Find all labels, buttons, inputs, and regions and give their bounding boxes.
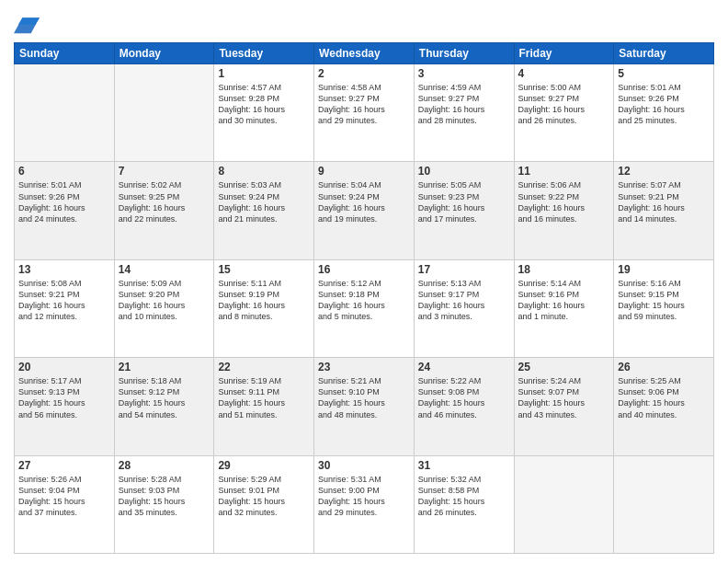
day-number: 1	[218, 67, 310, 80]
day-cell: 19Sunrise: 5:16 AM Sunset: 9:15 PM Dayli…	[614, 259, 714, 357]
day-info: Sunrise: 4:58 AM Sunset: 9:27 PM Dayligh…	[318, 82, 410, 127]
day-cell: 5Sunrise: 5:01 AM Sunset: 9:26 PM Daylig…	[614, 64, 714, 162]
day-info: Sunrise: 5:32 AM Sunset: 8:58 PM Dayligh…	[418, 474, 510, 519]
day-number: 27	[18, 459, 110, 472]
day-number: 2	[318, 67, 410, 80]
week-row-0: 1Sunrise: 4:57 AM Sunset: 9:28 PM Daylig…	[15, 64, 714, 162]
week-row-4: 27Sunrise: 5:26 AM Sunset: 9:04 PM Dayli…	[15, 455, 714, 553]
day-info: Sunrise: 5:04 AM Sunset: 9:24 PM Dayligh…	[318, 179, 410, 224]
day-number: 13	[18, 263, 110, 276]
day-number: 7	[119, 165, 210, 178]
day-info: Sunrise: 5:03 AM Sunset: 9:24 PM Dayligh…	[218, 179, 310, 224]
day-info: Sunrise: 5:00 AM Sunset: 9:27 PM Dayligh…	[518, 82, 610, 127]
calendar: SundayMondayTuesdayWednesdayThursdayFrid…	[14, 42, 714, 554]
day-cell: 31Sunrise: 5:32 AM Sunset: 8:58 PM Dayli…	[414, 455, 514, 553]
day-number: 20	[18, 361, 110, 373]
day-number: 17	[418, 263, 510, 276]
day-info: Sunrise: 4:57 AM Sunset: 9:28 PM Dayligh…	[218, 82, 310, 127]
day-info: Sunrise: 5:02 AM Sunset: 9:25 PM Dayligh…	[119, 179, 210, 224]
logo-icon	[14, 9, 40, 35]
day-cell: 14Sunrise: 5:09 AM Sunset: 9:20 PM Dayli…	[114, 259, 214, 357]
day-info: Sunrise: 5:13 AM Sunset: 9:17 PM Dayligh…	[418, 278, 510, 323]
weekday-header-thursday: Thursday	[414, 43, 514, 64]
day-info: Sunrise: 5:12 AM Sunset: 9:18 PM Dayligh…	[318, 278, 410, 323]
day-info: Sunrise: 5:24 AM Sunset: 9:07 PM Dayligh…	[518, 375, 610, 420]
day-info: Sunrise: 5:25 AM Sunset: 9:06 PM Dayligh…	[618, 375, 710, 420]
day-info: Sunrise: 5:05 AM Sunset: 9:23 PM Dayligh…	[418, 179, 510, 224]
day-cell: 27Sunrise: 5:26 AM Sunset: 9:04 PM Dayli…	[15, 455, 115, 553]
day-number: 8	[218, 165, 310, 178]
day-info: Sunrise: 5:14 AM Sunset: 9:16 PM Dayligh…	[518, 278, 610, 323]
weekday-header-tuesday: Tuesday	[214, 43, 314, 64]
day-cell: 29Sunrise: 5:29 AM Sunset: 9:01 PM Dayli…	[214, 455, 314, 553]
weekday-header-wednesday: Wednesday	[314, 43, 415, 64]
day-info: Sunrise: 4:59 AM Sunset: 9:27 PM Dayligh…	[418, 82, 510, 127]
day-cell: 4Sunrise: 5:00 AM Sunset: 9:27 PM Daylig…	[514, 64, 614, 162]
day-info: Sunrise: 5:17 AM Sunset: 9:13 PM Dayligh…	[18, 375, 110, 420]
day-cell: 13Sunrise: 5:08 AM Sunset: 9:21 PM Dayli…	[15, 259, 115, 357]
day-cell	[514, 455, 614, 553]
day-number: 25	[518, 361, 610, 373]
day-number: 15	[218, 263, 310, 276]
week-row-3: 20Sunrise: 5:17 AM Sunset: 9:13 PM Dayli…	[15, 358, 714, 455]
day-number: 31	[418, 459, 510, 472]
header	[14, 9, 714, 35]
day-cell: 18Sunrise: 5:14 AM Sunset: 9:16 PM Dayli…	[514, 259, 614, 357]
page: SundayMondayTuesdayWednesdayThursdayFrid…	[0, 0, 728, 563]
day-number: 3	[418, 67, 510, 80]
day-number: 23	[318, 361, 410, 373]
day-cell: 3Sunrise: 4:59 AM Sunset: 9:27 PM Daylig…	[414, 64, 514, 162]
day-number: 24	[418, 361, 510, 373]
day-number: 29	[218, 459, 310, 472]
day-number: 5	[618, 67, 710, 80]
day-info: Sunrise: 5:28 AM Sunset: 9:03 PM Dayligh…	[119, 474, 210, 519]
day-number: 11	[518, 165, 610, 178]
day-info: Sunrise: 5:08 AM Sunset: 9:21 PM Dayligh…	[18, 278, 110, 323]
weekday-header-sunday: Sunday	[15, 43, 115, 64]
day-number: 26	[618, 361, 710, 373]
day-cell: 25Sunrise: 5:24 AM Sunset: 9:07 PM Dayli…	[514, 358, 614, 455]
day-cell: 10Sunrise: 5:05 AM Sunset: 9:23 PM Dayli…	[414, 162, 514, 259]
day-info: Sunrise: 5:01 AM Sunset: 9:26 PM Dayligh…	[18, 179, 110, 224]
week-row-1: 6Sunrise: 5:01 AM Sunset: 9:26 PM Daylig…	[15, 162, 714, 259]
weekday-header-friday: Friday	[514, 43, 614, 64]
day-cell: 11Sunrise: 5:06 AM Sunset: 9:22 PM Dayli…	[514, 162, 614, 259]
day-info: Sunrise: 5:01 AM Sunset: 9:26 PM Dayligh…	[618, 82, 710, 127]
day-cell: 2Sunrise: 4:58 AM Sunset: 9:27 PM Daylig…	[314, 64, 415, 162]
day-cell: 12Sunrise: 5:07 AM Sunset: 9:21 PM Dayli…	[614, 162, 714, 259]
day-cell: 9Sunrise: 5:04 AM Sunset: 9:24 PM Daylig…	[314, 162, 415, 259]
day-cell: 30Sunrise: 5:31 AM Sunset: 9:00 PM Dayli…	[314, 455, 415, 553]
week-row-2: 13Sunrise: 5:08 AM Sunset: 9:21 PM Dayli…	[15, 259, 714, 357]
logo	[14, 9, 43, 35]
day-cell: 1Sunrise: 4:57 AM Sunset: 9:28 PM Daylig…	[214, 64, 314, 162]
day-cell: 6Sunrise: 5:01 AM Sunset: 9:26 PM Daylig…	[15, 162, 115, 259]
day-cell	[614, 455, 714, 553]
day-cell: 23Sunrise: 5:21 AM Sunset: 9:10 PM Dayli…	[314, 358, 415, 455]
day-info: Sunrise: 5:09 AM Sunset: 9:20 PM Dayligh…	[119, 278, 210, 323]
day-number: 28	[119, 459, 210, 472]
day-info: Sunrise: 5:26 AM Sunset: 9:04 PM Dayligh…	[18, 474, 110, 519]
weekday-header-monday: Monday	[114, 43, 214, 64]
day-number: 12	[618, 165, 710, 178]
day-cell: 15Sunrise: 5:11 AM Sunset: 9:19 PM Dayli…	[214, 259, 314, 357]
day-cell: 28Sunrise: 5:28 AM Sunset: 9:03 PM Dayli…	[114, 455, 214, 553]
day-number: 6	[18, 165, 110, 178]
day-number: 18	[518, 263, 610, 276]
day-cell: 26Sunrise: 5:25 AM Sunset: 9:06 PM Dayli…	[614, 358, 714, 455]
day-info: Sunrise: 5:06 AM Sunset: 9:22 PM Dayligh…	[518, 179, 610, 224]
day-info: Sunrise: 5:07 AM Sunset: 9:21 PM Dayligh…	[618, 179, 710, 224]
day-info: Sunrise: 5:16 AM Sunset: 9:15 PM Dayligh…	[618, 278, 710, 323]
day-cell: 21Sunrise: 5:18 AM Sunset: 9:12 PM Dayli…	[114, 358, 214, 455]
day-info: Sunrise: 5:31 AM Sunset: 9:00 PM Dayligh…	[318, 474, 410, 519]
day-info: Sunrise: 5:21 AM Sunset: 9:10 PM Dayligh…	[318, 375, 410, 420]
svg-marker-1	[18, 17, 40, 24]
day-info: Sunrise: 5:22 AM Sunset: 9:08 PM Dayligh…	[418, 375, 510, 420]
day-number: 21	[119, 361, 210, 373]
day-info: Sunrise: 5:29 AM Sunset: 9:01 PM Dayligh…	[218, 474, 310, 519]
day-number: 14	[119, 263, 210, 276]
day-cell: 22Sunrise: 5:19 AM Sunset: 9:11 PM Dayli…	[214, 358, 314, 455]
day-number: 10	[418, 165, 510, 178]
day-info: Sunrise: 5:19 AM Sunset: 9:11 PM Dayligh…	[218, 375, 310, 420]
day-number: 9	[318, 165, 410, 178]
day-cell: 16Sunrise: 5:12 AM Sunset: 9:18 PM Dayli…	[314, 259, 415, 357]
